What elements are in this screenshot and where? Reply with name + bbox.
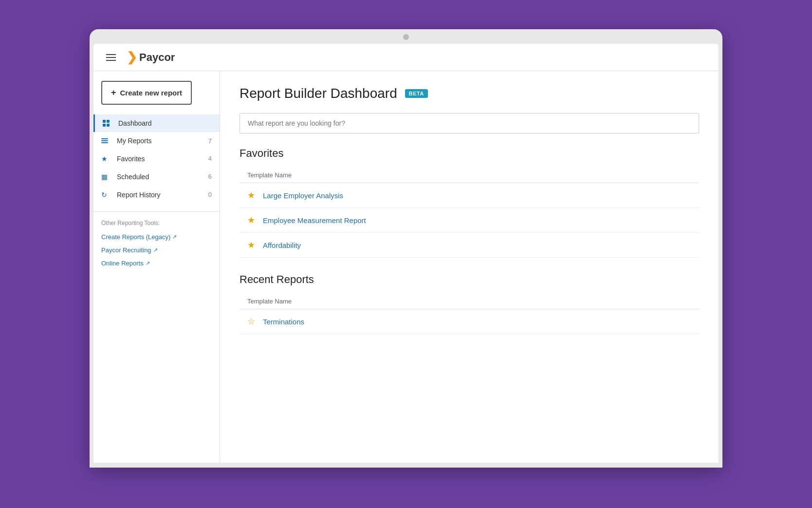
beta-badge: BETA bbox=[405, 89, 428, 98]
star-filled-icon: ★ bbox=[247, 190, 255, 201]
star-filled-icon: ★ bbox=[247, 215, 255, 226]
sidebar-item-label: My Reports bbox=[117, 137, 208, 145]
legacy-reports-link[interactable]: Create Reports (Legacy) ↗ bbox=[93, 230, 220, 244]
external-link-icon: ↗ bbox=[153, 247, 158, 253]
star-outline-icon: ☆ bbox=[247, 316, 255, 327]
other-tools-label: Other Reporting Tools: bbox=[93, 220, 220, 230]
sidebar-item-label: Dashboard bbox=[118, 119, 212, 127]
sidebar-item-scheduled[interactable]: ▦ Scheduled 6 bbox=[93, 168, 220, 186]
sidebar-item-dashboard[interactable]: Dashboard bbox=[93, 114, 220, 132]
sidebar-divider bbox=[93, 211, 220, 212]
sidebar-item-label: Report History bbox=[117, 191, 208, 199]
page-title: Report Builder Dashboard bbox=[240, 86, 397, 101]
grid-icon bbox=[103, 120, 112, 127]
hamburger-menu[interactable] bbox=[103, 51, 119, 64]
create-new-report-button[interactable]: + Create new report bbox=[101, 81, 192, 105]
report-history-count: 0 bbox=[208, 191, 212, 198]
star-filled-icon: ★ bbox=[247, 240, 255, 250]
star-nav-icon: ★ bbox=[101, 154, 111, 163]
report-link[interactable]: Affordability bbox=[263, 241, 301, 249]
plus-icon: + bbox=[111, 88, 116, 98]
main-content: Report Builder Dashboard BETA Favorites … bbox=[220, 71, 719, 463]
paycor-recruiting-link[interactable]: Paycor Recruiting ↗ bbox=[93, 244, 220, 257]
table-row[interactable]: ★ Large Employer Analysis bbox=[240, 183, 699, 208]
history-icon: ↻ bbox=[101, 190, 111, 199]
paycor-logo: ❯ Paycor bbox=[127, 50, 175, 65]
report-link[interactable]: Terminations bbox=[263, 318, 304, 326]
lines-icon bbox=[101, 138, 111, 143]
logo-arrow: ❯ bbox=[127, 50, 137, 65]
recent-section-title: Recent Reports bbox=[240, 273, 699, 286]
template-name-col-header: Template Name bbox=[247, 171, 292, 179]
app-shell: ❯ Paycor + Create new report bbox=[93, 44, 719, 463]
sidebar-item-favorites[interactable]: ★ Favorites 4 bbox=[93, 150, 220, 168]
table-row[interactable]: ★ Affordability bbox=[240, 233, 699, 258]
main-area: + Create new report Dashboard bbox=[93, 71, 719, 463]
legacy-label: Create Reports (Legacy) bbox=[101, 233, 170, 241]
report-link[interactable]: Large Employer Analysis bbox=[263, 191, 343, 200]
scheduled-count: 6 bbox=[208, 173, 212, 180]
my-reports-count: 7 bbox=[208, 137, 212, 145]
external-link-icon: ↗ bbox=[172, 234, 177, 240]
sidebar-item-label: Favorites bbox=[117, 155, 208, 163]
camera bbox=[403, 34, 409, 40]
page-header: Report Builder Dashboard BETA bbox=[240, 86, 699, 101]
device-frame: ❯ Paycor + Create new report bbox=[90, 29, 722, 468]
favorites-count: 4 bbox=[208, 155, 212, 162]
sidebar-item-label: Scheduled bbox=[117, 173, 208, 181]
create-btn-label: Create new report bbox=[120, 89, 183, 97]
sidebar-item-my-reports[interactable]: My Reports 7 bbox=[93, 132, 220, 150]
logo-text: Paycor bbox=[139, 51, 175, 64]
table-row[interactable]: ★ Employee Measurement Report bbox=[240, 208, 699, 233]
favorites-section-title: Favorites bbox=[240, 147, 699, 160]
online-reports-link[interactable]: Online Reports ↗ bbox=[93, 257, 220, 270]
recruiting-label: Paycor Recruiting bbox=[101, 246, 151, 254]
sidebar: + Create new report Dashboard bbox=[93, 71, 220, 463]
calendar-icon: ▦ bbox=[101, 172, 111, 181]
search-input[interactable] bbox=[240, 113, 699, 133]
template-name-col-header: Template Name bbox=[247, 298, 292, 305]
favorites-table-header: Template Name bbox=[240, 168, 699, 183]
sidebar-item-report-history[interactable]: ↻ Report History 0 bbox=[93, 186, 220, 204]
table-row[interactable]: ☆ Terminations bbox=[240, 309, 699, 334]
report-link[interactable]: Employee Measurement Report bbox=[263, 216, 366, 225]
top-nav: ❯ Paycor bbox=[93, 44, 719, 71]
online-reports-label: Online Reports bbox=[101, 260, 144, 267]
recent-table-header: Template Name bbox=[240, 294, 699, 309]
external-link-icon: ↗ bbox=[146, 260, 150, 266]
